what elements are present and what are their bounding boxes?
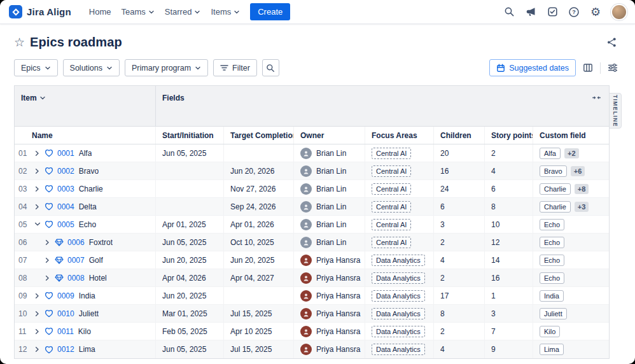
- owner-cell[interactable]: Priya Hansra: [294, 251, 365, 269]
- children-cell[interactable]: 8: [434, 305, 485, 322]
- custom-field-cell[interactable]: Echo: [533, 234, 609, 251]
- target-date-cell[interactable]: [224, 287, 294, 304]
- custom-field-cell[interactable]: Kilo: [533, 323, 609, 340]
- start-date-cell[interactable]: Feb 05, 2025: [156, 323, 224, 340]
- epic-id-link[interactable]: 0003: [57, 185, 74, 193]
- children-cell[interactable]: 2: [434, 269, 485, 286]
- owner-cell[interactable]: Brian Lin: [294, 162, 365, 179]
- announcement-icon[interactable]: [522, 3, 540, 21]
- owner-cell[interactable]: Brian Lin: [294, 144, 365, 162]
- timeline-tab[interactable]: TIMELINE: [609, 93, 622, 129]
- start-date-cell[interactable]: Apr 04, 2026: [156, 269, 224, 286]
- epic-id-link[interactable]: 0004: [57, 202, 74, 211]
- start-date-cell[interactable]: Jun 05, 2025: [156, 234, 224, 251]
- table-row[interactable]: 01 0001 Alfa Jun 05, 2025 Brian Lin: [15, 144, 609, 162]
- owner-cell[interactable]: Brian Lin: [294, 180, 365, 197]
- focus-areas-cell[interactable]: Central AI: [365, 234, 434, 251]
- column-header-story-points[interactable]: Story points: [485, 127, 533, 144]
- expand-chevron-right-icon[interactable]: [42, 275, 53, 281]
- expand-chevron-right-icon[interactable]: [32, 168, 43, 174]
- settings-gear-icon[interactable]: ⚙: [587, 3, 604, 21]
- expand-chevron-right-icon[interactable]: [32, 328, 43, 335]
- suggested-dates-button[interactable]: Suggested dates: [489, 59, 576, 76]
- filter-button[interactable]: Filter: [213, 59, 257, 76]
- target-date-cell[interactable]: Apr 10 2025: [224, 323, 294, 340]
- story-points-cell[interactable]: 7: [485, 323, 533, 340]
- search-icon[interactable]: [500, 3, 518, 21]
- table-row[interactable]: 02 0002 Bravo Jun 20, 2026 Brian Lin: [15, 162, 609, 180]
- start-date-cell[interactable]: Jun 05, 2025: [156, 340, 224, 358]
- nav-item-home[interactable]: Home: [84, 3, 116, 20]
- story-points-cell[interactable]: 10: [485, 216, 533, 233]
- column-header-owner[interactable]: Owner: [294, 127, 365, 144]
- nav-item-teams[interactable]: Teams: [116, 3, 159, 20]
- table-row[interactable]: 09 0009 India Jun 20, 2025 Priya Hansra: [15, 287, 609, 305]
- owner-cell[interactable]: Priya Hansra: [294, 305, 365, 322]
- expand-chevron-right-icon[interactable]: [42, 239, 53, 246]
- expand-chevron-right-icon[interactable]: [32, 346, 43, 353]
- expand-chevron-right-icon[interactable]: [32, 186, 43, 192]
- focus-areas-cell[interactable]: Data Analytics: [365, 251, 434, 269]
- epic-id-link[interactable]: 0009: [57, 291, 74, 300]
- story-points-cell[interactable]: 4: [485, 162, 533, 179]
- table-row[interactable]: 10 0010 Juliett Mar 01, 2025 Jul 15, 202…: [15, 305, 609, 323]
- children-cell[interactable]: 16: [434, 162, 485, 179]
- children-cell[interactable]: 6: [434, 198, 485, 215]
- story-points-cell[interactable]: 9: [485, 340, 533, 358]
- owner-cell[interactable]: Priya Hansra: [294, 340, 365, 358]
- focus-areas-cell[interactable]: Central AI: [365, 216, 434, 233]
- focus-areas-cell[interactable]: Data Analytics: [365, 305, 434, 322]
- story-points-cell[interactable]: 12: [485, 234, 533, 251]
- expand-chevron-right-icon[interactable]: [42, 257, 53, 263]
- jira-align-logo[interactable]: Jira Align: [9, 5, 71, 18]
- collapse-chevron-down-icon[interactable]: [32, 221, 43, 227]
- children-cell[interactable]: 4: [434, 251, 485, 269]
- focus-areas-cell[interactable]: Data Analytics: [365, 323, 434, 340]
- children-cell[interactable]: 2: [434, 323, 485, 340]
- custom-extra-badge[interactable]: +8: [575, 184, 589, 194]
- nav-item-starred[interactable]: Starred: [160, 3, 206, 20]
- column-header-target[interactable]: Target Completion: [224, 127, 294, 144]
- focus-areas-cell[interactable]: Central AI: [365, 162, 434, 179]
- target-date-cell[interactable]: Apr 01, 2026: [224, 216, 294, 233]
- epic-id-link[interactable]: 0011: [57, 327, 74, 336]
- epic-id-link[interactable]: 0002: [57, 167, 74, 176]
- column-header-start[interactable]: Start/Initiation: [156, 127, 224, 144]
- custom-field-cell[interactable]: Charlie +8: [533, 180, 609, 197]
- owner-cell[interactable]: Brian Lin: [294, 216, 365, 233]
- children-cell[interactable]: 17: [434, 287, 485, 304]
- item-column-group[interactable]: Item: [15, 86, 156, 126]
- view-settings-sliders-icon[interactable]: [604, 60, 621, 76]
- table-row[interactable]: 08 0008 Hotel Apr 04, 2026 Apr 04, 2027 …: [15, 269, 609, 287]
- story-points-cell[interactable]: 14: [485, 251, 533, 269]
- owner-cell[interactable]: Priya Hansra: [294, 269, 365, 286]
- create-button[interactable]: Create: [250, 3, 290, 20]
- table-row[interactable]: 12 0012 Lima Jun 05, 2025 Jul 15, 2025 P…: [15, 340, 609, 358]
- story-points-cell[interactable]: 3: [485, 305, 533, 322]
- epic-id-link[interactable]: 0001: [57, 149, 74, 158]
- target-date-cell[interactable]: Nov 27, 2026: [224, 180, 294, 197]
- collapse-columns-icon[interactable]: [592, 94, 601, 102]
- children-cell[interactable]: 2: [434, 234, 485, 251]
- story-points-cell[interactable]: 6: [485, 180, 533, 197]
- epic-id-link[interactable]: 0007: [67, 256, 85, 265]
- custom-field-cell[interactable]: Echo: [533, 269, 609, 286]
- table-row[interactable]: 04 0004 Delta Sep 24, 2026 Brian Lin: [15, 198, 609, 216]
- primary-program-dropdown[interactable]: Primary program: [125, 59, 208, 76]
- custom-extra-badge[interactable]: +2: [564, 148, 579, 158]
- target-date-cell[interactable]: Jul 15, 2025: [224, 340, 294, 358]
- start-date-cell[interactable]: Jun 20, 2025: [156, 287, 224, 304]
- owner-cell[interactable]: Brian Lin: [294, 198, 365, 215]
- focus-areas-cell[interactable]: Central AI: [365, 144, 434, 162]
- focus-areas-cell[interactable]: Data Analytics: [365, 287, 434, 304]
- epic-id-link[interactable]: 0008: [67, 274, 85, 283]
- custom-field-cell[interactable]: Alfa +2: [533, 144, 609, 162]
- custom-field-cell[interactable]: Lima: [533, 340, 609, 358]
- story-points-cell[interactable]: 2: [485, 144, 533, 162]
- help-icon[interactable]: ?: [565, 3, 583, 21]
- user-avatar[interactable]: [611, 4, 627, 20]
- target-date-cell[interactable]: Jul 15, 2025: [224, 305, 294, 322]
- expand-chevron-right-icon[interactable]: [32, 204, 43, 210]
- focus-areas-cell[interactable]: Data Analytics: [365, 269, 434, 286]
- start-date-cell[interactable]: [156, 162, 224, 179]
